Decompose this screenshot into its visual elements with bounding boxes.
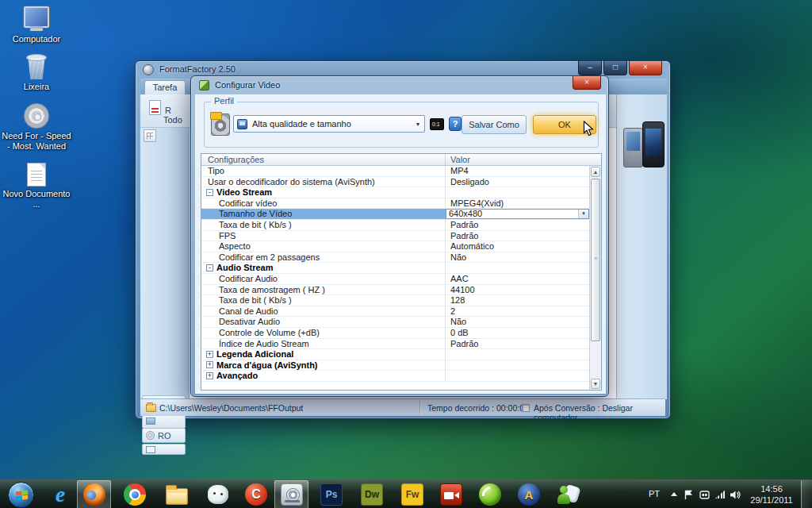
setting-value-cell: Desligado <box>446 177 589 187</box>
dropdown-arrow-icon[interactable]: ▾ <box>412 121 424 128</box>
settings-row[interactable]: Usar o decodificador do sistema (AviSynt… <box>201 177 589 188</box>
video-size-combobox[interactable]: 640x480▾ <box>446 209 589 219</box>
grid-icon[interactable] <box>144 129 156 142</box>
setting-label-cell: Tamanho de Vídeo <box>201 209 446 219</box>
desktop-icon-novo-documento[interactable]: Novo Documento ... <box>0 163 73 210</box>
action-center-flag-icon[interactable] <box>684 489 694 503</box>
video-size-value: 640x480 <box>446 209 578 219</box>
show-hidden-icons-button[interactable] <box>671 492 677 496</box>
help-button[interactable]: ? <box>449 117 462 131</box>
taskbar-green-orb[interactable] <box>474 480 506 508</box>
windows-update-icon[interactable] <box>699 489 710 503</box>
desktop-icon-need-for-speed[interactable]: Need For - Speed - Most. Wanted <box>0 103 73 152</box>
setting-label-cell: Aspecto <box>201 241 446 252</box>
taskbar-windows-explorer[interactable] <box>161 480 193 508</box>
settings-section-row[interactable]: +Legenda Adicional <box>201 349 589 360</box>
header-configuracoes[interactable]: Configurações <box>201 154 446 165</box>
taskbar-photoshop[interactable]: Ps <box>316 480 347 508</box>
language-indicator[interactable]: PT <box>649 489 660 498</box>
setting-label-cell: Taxa de amostragem ( HZ ) <box>201 285 446 295</box>
setting-name: Tamanho de Vídeo <box>219 209 292 219</box>
taskbar-firefox[interactable] <box>77 480 111 508</box>
volume-icon[interactable] <box>730 489 741 503</box>
settings-row[interactable]: Índice de Audio StreamPadrão <box>201 339 589 350</box>
desktop-icon-lixeira[interactable]: Lixeira <box>0 54 73 92</box>
after-conversion-label[interactable]: Após Conversão : Desligar computador <box>534 403 665 422</box>
maximize-button[interactable]: □ <box>603 61 627 75</box>
save-as-button[interactable]: Salvar Como <box>462 115 527 134</box>
remove-task-icon[interactable] <box>149 100 161 115</box>
folder-icon <box>166 488 188 505</box>
taskbar-ccleaner[interactable]: C <box>240 480 272 508</box>
settings-row[interactable]: Controle de Volume (+dB)0 dB <box>201 328 589 339</box>
setting-name: Canal de Audio <box>219 306 278 317</box>
settings-row[interactable]: AspectoAutomático <box>201 241 589 252</box>
scroll-down-icon[interactable]: ▼ <box>591 379 600 389</box>
setting-value-cell: Automático <box>446 241 589 252</box>
settings-row[interactable]: Taxa de amostragem ( HZ )44100 <box>201 285 589 296</box>
disc-icon <box>24 103 49 129</box>
setting-name: Legenda Adicional <box>216 349 293 360</box>
close-button[interactable]: × <box>629 61 662 75</box>
settings-row[interactable]: FPSPadrão <box>201 231 589 242</box>
expand-box-icon[interactable]: + <box>206 361 213 368</box>
setting-value-cell <box>446 371 589 381</box>
network-icon[interactable] <box>715 490 726 498</box>
settings-section-row[interactable]: +Marca d'água (AviSynth) <box>201 360 589 371</box>
expand-box-icon[interactable]: + <box>206 372 213 379</box>
profile-selected-value: Alta qualidade e tamanho <box>252 119 412 129</box>
settings-row[interactable]: Codificar AudioAAC <box>201 274 589 285</box>
taskbar-chrome[interactable] <box>119 480 151 508</box>
taskbar-internet-explorer[interactable]: e <box>44 480 76 508</box>
taskbar-messenger[interactable] <box>553 480 584 508</box>
settings-row[interactable]: Canal de Audio2 <box>201 306 589 318</box>
cd-icon <box>146 431 155 440</box>
sidebar-rom-button[interactable]: RO <box>142 428 186 443</box>
setting-name: Usar o decodificador do sistema (AviSynt… <box>208 177 375 187</box>
settings-section-row[interactable]: -Audio Stream <box>201 263 589 274</box>
settings-section-row[interactable]: +Avançado <box>201 371 589 382</box>
dialog-icon <box>199 80 209 90</box>
output-path[interactable]: C:\Users\Wesley\Documents\FFOutput <box>159 403 303 413</box>
minimize-button[interactable]: – <box>578 61 602 75</box>
settings-row[interactable]: Taxa de bit ( Kb/s )Padrão <box>201 220 589 231</box>
document-icon <box>27 163 46 187</box>
sidebar-partial-label: RO <box>158 431 171 441</box>
desktop-icon-computador[interactable]: Computador <box>0 6 73 44</box>
setting-name: Controle de Volume (+dB) <box>219 328 320 338</box>
sidebar-advanced-button[interactable] <box>142 444 186 455</box>
header-valor[interactable]: Valor <box>446 154 601 165</box>
taskbar-ares[interactable]: A <box>513 480 545 508</box>
dialog-close-button[interactable]: × <box>573 76 601 90</box>
show-desktop-button[interactable] <box>801 480 812 508</box>
taskbar-white-mascot[interactable] <box>202 480 234 508</box>
start-button[interactable] <box>3 480 38 508</box>
scrollbar-thumb[interactable]: ≡ <box>591 179 600 341</box>
settings-row[interactable]: Codificar vídeoMPEG4(Xvid) <box>201 198 589 210</box>
setting-label-cell: Codificar Audio <box>201 274 446 284</box>
collapse-box-icon[interactable]: - <box>206 189 213 196</box>
taskbar-dreamweaver[interactable]: Dw <box>356 480 388 508</box>
settings-row[interactable]: Desativar AudioNão <box>201 317 589 328</box>
taskbar-video-capture[interactable] <box>435 480 467 508</box>
profile-dropdown[interactable]: Alta qualidade e tamanho ▾ <box>233 115 425 133</box>
clock[interactable]: 14:56 29/11/2011 <box>745 483 798 506</box>
collapse-box-icon[interactable]: - <box>206 264 213 271</box>
shutdown-checkbox[interactable] <box>522 404 530 412</box>
settings-row[interactable]: TipoMP4 <box>201 166 589 177</box>
settings-row[interactable]: Taxa de bit ( Kb/s )128 <box>201 295 589 306</box>
settings-row[interactable]: Codificar em 2 passagensNão <box>201 252 589 264</box>
settings-row[interactable]: Tamanho de Vídeo640x480▾ <box>201 209 589 220</box>
messenger-body-shape <box>557 494 570 504</box>
setting-value-cell <box>446 187 589 198</box>
taskbar-fireworks[interactable]: Fw <box>396 480 428 508</box>
tab-tarefa[interactable]: Tarefa <box>144 80 186 94</box>
table-scrollbar[interactable]: ▲ ≡ ▼ <box>589 166 601 390</box>
settings-section-row[interactable]: -Video Stream <box>201 187 589 198</box>
dropdown-arrow-icon[interactable]: ▾ <box>578 210 588 218</box>
folder-icon[interactable] <box>146 404 156 412</box>
taskbar-formatfactory[interactable] <box>274 480 308 508</box>
scroll-up-icon[interactable]: ▲ <box>591 167 600 177</box>
expand-box-icon[interactable]: + <box>206 351 213 358</box>
codec-config-button[interactable] <box>430 118 444 130</box>
